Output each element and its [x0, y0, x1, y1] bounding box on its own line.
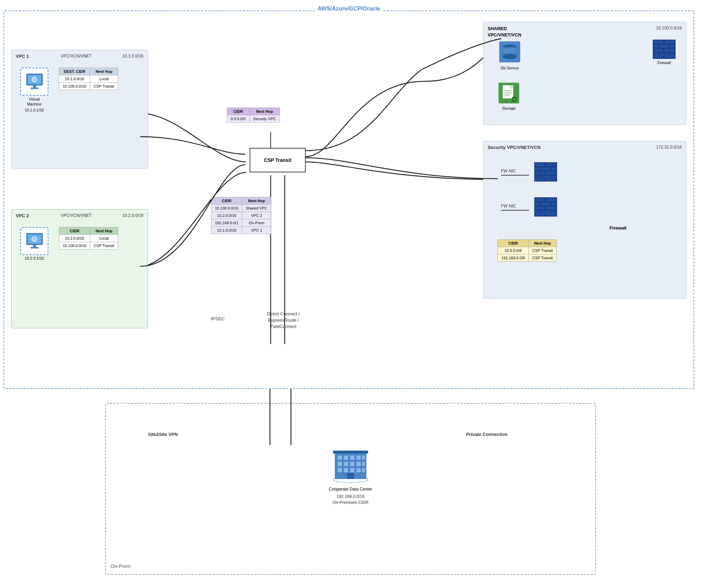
svg-rect-25 [659, 45, 669, 48]
vpc1-row2-cidr: 10.100.0.0/16 [59, 83, 90, 90]
svg-rect-61 [551, 202, 556, 206]
table-row: 192.168.0.0/8 CSP Transit [498, 254, 557, 262]
svg-rect-80 [338, 468, 342, 472]
security-vpc-firewall-label: Firewall [610, 225, 626, 231]
security-vpc-route-table: CIDR Next Hop 10.0.0.0/8 CSP Transit 192… [497, 239, 557, 262]
vpc1-row2-hop: CSP Transit [90, 83, 118, 90]
storage-container: + Storage [497, 82, 520, 110]
svg-rect-83 [357, 468, 361, 472]
table-row: 10.1.0.0/16 Local [59, 75, 118, 83]
svg-rect-77 [350, 462, 354, 466]
table-row: 10.0.0.0/8 CSP Transit [498, 247, 557, 254]
vpc1-route-table: DEST. CIDR Next Hop 10.1.0.0/16 Local 10… [59, 68, 118, 90]
sec-row2-cidr: 192.168.0.0/8 [498, 254, 529, 262]
table-row: 10.2.0.0/16 VPC 2 [211, 212, 271, 219]
table-row: 0.0.0.0/0 Security VPC [227, 115, 280, 123]
db-service-label: Db Servce [497, 66, 522, 70]
vm-svg [25, 72, 44, 91]
csp-transit-bottom-route: CIDR Next Hop 10.100.0.0/16 Shared VPC 1… [211, 197, 271, 234]
csp-bot-row3-cidr: 192.168.0.0/1 [211, 219, 242, 227]
csp-bot-row4-cidr: 10.1.0.0/16 [211, 227, 242, 234]
shared-vpc-firewall-container: Firewall [653, 40, 676, 65]
security-route-table-data: CIDR Next Hop 10.0.0.0/8 CSP Transit 192… [497, 239, 557, 262]
vpc2-vm-container: 10.2.0.1/32 [20, 227, 48, 260]
vpc2-vm-ip: 10.2.0.1/32 [20, 256, 48, 260]
datacenter-label: Cooperate Data Center [329, 487, 372, 492]
svg-rect-70 [338, 456, 342, 460]
fw-nic1-icon [534, 162, 557, 182]
vpc1-title: VPC 1 [16, 54, 29, 59]
csp-top-row1-hop: Security VPC [249, 115, 279, 123]
csp-bot-col1: CIDR [211, 197, 242, 205]
svg-rect-10 [33, 245, 36, 247]
sec-row2-hop: CSP Transit [529, 254, 557, 262]
svg-rect-37 [510, 85, 513, 89]
csp-transit-label: CSP Transit [264, 157, 291, 163]
sec-col1: CIDR [498, 240, 529, 247]
svg-rect-78 [357, 462, 361, 466]
vpc1-vm-ip: 10.1.0.1/32 [20, 108, 48, 112]
onprem-region: On-Prem Site2Site VPN Private Connection [105, 403, 596, 575]
aws-region: AWS/Azure/GCP/Oracle VPC 1 VPC/VCN/VNET … [4, 11, 694, 389]
vpc1-row1-cidr: 10.1.0.0/16 [59, 75, 90, 83]
csp-bot-row1-cidr: 10.100.0.0/16 [211, 205, 242, 212]
svg-rect-82 [350, 468, 354, 472]
svg-rect-33 [664, 55, 675, 58]
svg-rect-55 [546, 178, 556, 181]
svg-rect-62 [535, 206, 545, 210]
sec-col2: Next Hop [529, 240, 557, 247]
svg-rect-50 [546, 171, 556, 175]
svg-rect-24 [653, 45, 658, 48]
aws-label: AWS/Azure/GCP/Oracle [315, 6, 383, 12]
shared-vpc-firewall-label: Firewall [653, 61, 676, 65]
svg-rect-58 [546, 198, 556, 201]
csp-transit-box: CSP Transit [250, 148, 306, 172]
security-vpc-cidr: 172.31.0.0/16 [656, 145, 682, 150]
vpc1-route-table-data: DEST. CIDR Next Hop 10.1.0.0/16 Local 10… [59, 68, 118, 90]
security-vpc-title: Security VPC/VNET/VCN [488, 145, 541, 150]
svg-rect-76 [344, 462, 348, 466]
csp-bot-row1-hop: Shared VPC [242, 205, 271, 212]
vpc1-vm-label: VirtualMachine [20, 97, 48, 107]
svg-rect-68 [546, 213, 556, 216]
vpc2-row2-hop: CSP Transit [90, 242, 118, 249]
shared-vpc-box: SHAREDVPC/VNET/VCN 10.100.0.0/16 Db Serv… [483, 22, 686, 125]
vpc2-col2: Next Hop [90, 227, 118, 235]
svg-rect-49 [535, 171, 545, 175]
svg-rect-47 [541, 167, 550, 171]
vpc1-vm-icon [20, 68, 48, 96]
ipsec-label: IPSEC [211, 316, 225, 321]
svg-rect-86 [333, 451, 368, 453]
datacenter-icon [331, 446, 370, 484]
csp-bot-row3-hop: On-Prem [242, 219, 271, 227]
svg-rect-3 [30, 88, 39, 89]
direct-connect-label: Direct Connect /ExpressRoute /FastConnec… [267, 311, 300, 330]
fw-nic1-label: FW NIC [501, 169, 516, 173]
vpc2-vm-icon [20, 227, 48, 255]
onprem-label: On-Prem [111, 563, 131, 569]
storage-icon: + [497, 82, 520, 104]
svg-rect-32 [653, 55, 663, 58]
svg-point-19 [503, 54, 517, 59]
svg-rect-48 [551, 167, 556, 171]
table-row: 10.100.0.0/16 CSP Transit [59, 83, 118, 90]
vpc2-subnet: VPC/VCN/VNET [61, 213, 92, 218]
vpc1-col1: DEST. CIDR [59, 68, 90, 75]
shared-vpc-title: SHAREDVPC/VNET/VCN [488, 26, 521, 38]
fw-nic1-container: FW NIC [501, 162, 557, 182]
csp-bot-col2: Next Hop [242, 197, 271, 205]
table-row: 10.100.0.0/16 Shared VPC [211, 205, 271, 212]
vpc2-row1-cidr: 10.2.0.0/16 [59, 235, 90, 242]
svg-rect-57 [535, 198, 545, 201]
security-vpc-box: Security VPC/VNET/VCN 172.31.0.0/16 FW N… [483, 141, 686, 299]
vpc2-box: VPC 2 VPC/VCN/VNET 10.2.0.0/16 10.2.0.1/… [11, 209, 148, 328]
svg-rect-79 [362, 462, 365, 466]
db-service-icon [497, 40, 522, 64]
svg-rect-2 [33, 85, 36, 88]
csp-bottom-route-data: CIDR Next Hop 10.100.0.0/16 Shared VPC 1… [211, 197, 271, 234]
shared-vpc-cidr: 10.100.0.0/16 [656, 26, 682, 30]
svg-rect-59 [535, 202, 540, 206]
svg-rect-23 [664, 40, 675, 44]
svg-rect-81 [344, 468, 348, 472]
sec-row1-cidr: 10.0.0.0/8 [498, 247, 529, 254]
